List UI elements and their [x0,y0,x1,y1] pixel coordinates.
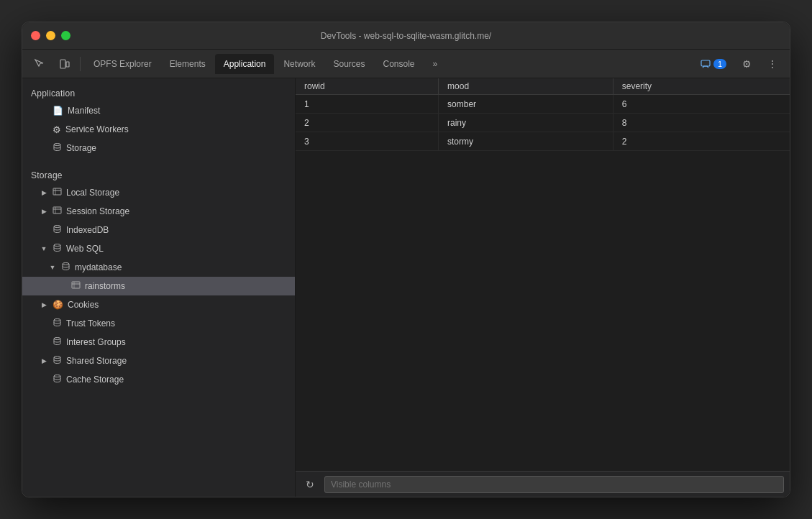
close-button[interactable] [31,31,40,40]
svg-rect-2 [701,60,710,66]
interest-groups-label: Interest Groups [66,337,126,347]
devtools-window: DevTools - web-sql-to-sqlite-wasm.glitch… [22,22,790,497]
sidebar-item-cookies[interactable]: 🍪 Cookies [22,295,295,314]
svg-point-17 [54,338,60,340]
table-row[interactable]: 3stormy2 [296,132,790,151]
tab-console[interactable]: Console [375,54,424,74]
sidebar-item-mydatabase[interactable]: mydatabase [22,258,295,277]
sidebar-item-trust-tokens[interactable]: Trust Tokens [22,314,295,333]
refresh-button[interactable]: ↻ [301,476,319,493]
cell-rowid: 3 [296,132,439,151]
sidebar-item-interest-groups[interactable]: Interest Groups [22,333,295,352]
svg-rect-13 [72,282,80,288]
svg-point-10 [54,226,60,228]
cookie-icon: 🍪 [53,300,63,310]
gear-icon: ⚙ [742,58,752,70]
cell-mood: rainy [439,114,613,132]
sidebar-item-shared-storage[interactable]: Shared Storage [22,352,295,370]
manifest-label: Manifest [68,106,100,116]
tab-network[interactable]: Network [275,54,324,74]
main-content: Application 📄 Manifest ⚙ Service Workers [22,78,790,497]
websql-arrow [40,245,48,252]
sidebar-item-local-storage[interactable]: Local Storage [22,183,295,202]
col-rowid[interactable]: rowid [296,78,439,95]
cache-storage-icon [53,374,62,385]
shared-storage-arrow [40,357,48,364]
minimize-button[interactable] [46,31,55,40]
toolbar-tabs: OPFS Explorer Elements Application Netwo… [85,54,693,74]
service-workers-label: Service Workers [65,124,129,134]
svg-rect-4 [53,188,61,195]
websql-icon [53,243,62,254]
bottom-bar: ↻ [296,471,790,497]
toolbar-right: 1 ⚙ ⋮ [695,54,784,74]
visible-columns-input[interactable] [324,476,784,493]
toolbar-divider [80,57,81,71]
svg-rect-7 [53,207,61,213]
sidebar-item-rainstorms[interactable]: rainstorms [22,277,295,295]
titlebar: DevTools - web-sql-to-sqlite-wasm.glitch… [22,22,790,50]
more-menu-button[interactable]: ⋮ [761,54,784,74]
refresh-icon: ↻ [306,479,314,490]
tab-application[interactable]: Application [215,54,275,74]
inspect-button[interactable] [28,54,51,74]
cookies-arrow [40,301,48,308]
cell-mood: somber [439,95,613,114]
local-storage-icon [53,187,62,198]
toolbar: OPFS Explorer Elements Application Netwo… [22,50,790,78]
sidebar-item-cache-storage[interactable]: Cache Storage [22,370,295,389]
tab-elements[interactable]: Elements [161,54,214,74]
svg-point-3 [54,144,60,146]
svg-point-16 [54,319,60,321]
svg-rect-1 [66,62,69,67]
interest-groups-icon [53,336,62,348]
table-row[interactable]: 1somber6 [296,95,790,114]
traffic-lights [31,31,70,40]
table-row[interactable]: 2rainy8 [296,114,790,132]
mydatabase-arrow [48,264,57,271]
tab-more[interactable]: » [424,54,447,74]
session-storage-label: Session Storage [66,206,129,216]
sidebar-item-indexeddb[interactable]: IndexedDB [22,221,295,239]
dots-icon: ⋮ [767,58,777,70]
indexeddb-label: IndexedDB [66,225,109,235]
application-section-title: Application [22,84,295,101]
svg-rect-0 [60,60,65,68]
sidebar-spacer-1 [22,157,295,166]
manifest-icon: 📄 [53,106,63,116]
local-storage-arrow [40,189,48,196]
cache-storage-label: Cache Storage [66,375,124,385]
svg-point-11 [54,244,60,247]
table-header-row: rowid mood severity [296,78,790,95]
svg-point-12 [63,263,69,265]
tab-opfs[interactable]: OPFS Explorer [85,54,160,74]
rainstorms-label: rainstorms [85,281,125,291]
sidebar-item-manifest[interactable]: 📄 Manifest [22,101,295,120]
cell-severity: 6 [613,95,790,114]
sidebar-item-storage-app[interactable]: Storage [22,139,295,157]
sidebar-item-websql[interactable]: Web SQL [22,239,295,258]
tab-sources[interactable]: Sources [324,54,373,74]
session-storage-arrow [40,208,48,215]
rainstorms-icon [71,280,81,292]
shared-storage-icon [53,355,62,367]
cell-rowid: 1 [296,95,439,114]
messages-button[interactable]: 1 [695,57,732,71]
gear-icon: ⚙ [53,124,61,135]
col-severity[interactable]: severity [613,78,790,95]
websql-label: Web SQL [66,244,104,254]
mydatabase-icon [61,262,70,273]
message-badge: 1 [713,59,726,69]
sidebar-item-service-workers[interactable]: ⚙ Service Workers [22,120,295,139]
sidebar-item-session-storage[interactable]: Session Storage [22,202,295,221]
cell-severity: 8 [613,114,790,132]
cell-rowid: 2 [296,114,439,132]
trust-tokens-icon [53,318,62,329]
device-button[interactable] [53,54,76,74]
maximize-button[interactable] [61,31,70,40]
col-mood[interactable]: mood [439,78,613,95]
svg-point-19 [54,375,60,377]
settings-button[interactable]: ⚙ [735,54,758,74]
storage-section-title: Storage [22,166,295,183]
trust-tokens-label: Trust Tokens [66,318,115,329]
